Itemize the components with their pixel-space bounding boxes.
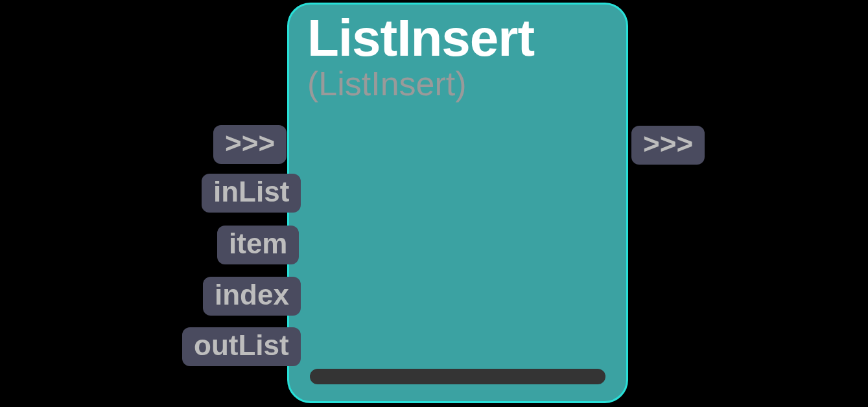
port-exec-out[interactable]: >>> (631, 126, 705, 165)
port-exec-in[interactable]: >>> (213, 125, 287, 164)
node-title: ListInsert (307, 11, 608, 65)
node-subtitle: (ListInsert) (307, 65, 608, 102)
port-outlist[interactable]: outList (182, 327, 301, 366)
port-index[interactable]: index (203, 277, 301, 316)
port-item[interactable]: item (217, 226, 299, 264)
node-listinsert[interactable]: ListInsert (ListInsert) (287, 3, 628, 403)
port-inlist[interactable]: inList (202, 174, 301, 213)
node-footer-bar (310, 369, 605, 384)
